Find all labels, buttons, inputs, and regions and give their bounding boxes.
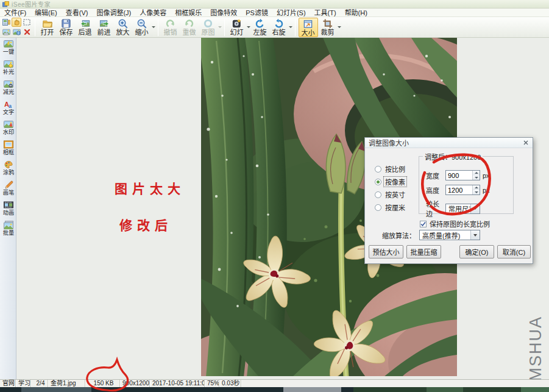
rotate-left-icon: [255, 18, 265, 29]
chevron-down-icon[interactable]: [470, 204, 480, 213]
sidebar-item-text[interactable]: A a 文字: [0, 98, 16, 118]
width-input[interactable]: [446, 171, 472, 180]
keep-ratio-row[interactable]: 保持原图的长宽比例: [420, 219, 490, 229]
sidebar-item-brush[interactable]: 画笔: [0, 179, 16, 199]
batch-stack-icon: [4, 221, 13, 229]
hand-icon: [13, 18, 20, 26]
sidebar-item-dim-light[interactable]: 减光: [0, 78, 16, 98]
menu-file[interactable]: 文件(F): [0, 9, 30, 17]
slideshow-dropdown-arrow[interactable]: [246, 18, 250, 37]
dialog-title-bar[interactable]: 调整图像大小: [365, 138, 533, 148]
redo-button[interactable]: 重做: [180, 18, 199, 37]
open-button[interactable]: 打开: [38, 18, 57, 37]
cancel-button[interactable]: 取消(C): [497, 245, 531, 258]
algorithm-combobox[interactable]: 高质量(推荐): [419, 230, 480, 240]
hand-pan-button[interactable]: [12, 18, 21, 27]
height-field-row: 高度 px: [426, 185, 490, 195]
radio-by-cm[interactable]: 按厘米: [375, 203, 406, 212]
marquee-icon: [23, 19, 30, 26]
zoom-out-icon: [136, 18, 147, 29]
crop-dropdown-arrow[interactable]: [337, 18, 341, 37]
menu-portrait-beauty[interactable]: 人像美容: [135, 9, 171, 17]
app-logo-icon: [2, 1, 9, 7]
sidebar-item-onekey[interactable]: 一键: [0, 38, 16, 58]
spin-up-arrow[interactable]: [473, 185, 480, 190]
resize-button[interactable]: 大小: [299, 18, 318, 37]
marquee-select-button[interactable]: [22, 18, 32, 27]
menu-edit[interactable]: 编辑(E): [30, 9, 62, 17]
zoom-in-button[interactable]: 放大: [114, 18, 132, 37]
statusbar-learn-link[interactable]: 学习: [16, 380, 31, 387]
title-bar[interactable]: iSee图片专家: [0, 0, 549, 9]
app-window: iSee图片专家 文件(F) 编辑(E) 查看(V) 图像调整(J) 人像美容 …: [0, 0, 549, 392]
menu-ps-filter[interactable]: PS滤镜: [241, 9, 272, 17]
photo-stack-icon: [2, 29, 10, 35]
toolbar-separator: [35, 19, 35, 36]
statusbar-file-size: 150 KB: [85, 380, 120, 387]
keep-ratio-checkbox[interactable]: [420, 221, 427, 227]
sidebar-item-fill-light[interactable]: 补光: [0, 58, 16, 78]
statusbar-timestamp: 2017-10-05 19:11:00: [150, 380, 205, 387]
zoom-out-dropdown-arrow[interactable]: [151, 18, 155, 37]
photo-manage-button[interactable]: [1, 27, 11, 37]
delete-button[interactable]: [22, 27, 32, 37]
dialog-title: 调整图像大小: [369, 138, 409, 148]
radio-by-ratio[interactable]: 按比例: [375, 165, 406, 173]
text-tool-icon: A a: [4, 100, 13, 109]
rotate-right-dropdown-arrow[interactable]: [288, 18, 292, 37]
forward-icon: [99, 18, 110, 29]
longer-side-label: 较长边: [426, 199, 445, 218]
sidebar-item-doodle[interactable]: 涂鸦: [0, 159, 16, 179]
forward-button[interactable]: 前进: [95, 18, 113, 37]
radio-by-pixels[interactable]: 按像素: [375, 177, 406, 186]
height-input[interactable]: [446, 185, 472, 194]
toolbar: 打开 保存 后退 前进: [0, 17, 549, 38]
menu-tools[interactable]: 工具(T): [310, 9, 341, 17]
thumbnail-list-button[interactable]: [1, 18, 11, 27]
width-input-wrap: [445, 170, 480, 180]
undo-button[interactable]: 撤销: [161, 18, 180, 37]
menu-image-adjust[interactable]: 图像调整(J): [92, 9, 135, 17]
save-button[interactable]: 保存: [57, 18, 76, 37]
batch-compress-button[interactable]: 批量压缩: [406, 245, 441, 258]
menu-help[interactable]: 帮助(H): [341, 9, 372, 17]
ok-button[interactable]: 确定(O): [459, 245, 494, 258]
fill-light-icon: [4, 60, 13, 68]
spin-up-arrow[interactable]: [473, 171, 480, 176]
chevron-down-icon[interactable]: [470, 230, 480, 240]
menu-image-effects[interactable]: 图像特效: [206, 9, 241, 17]
estimate-size-button[interactable]: 预估大小: [369, 245, 403, 258]
spin-down-arrow[interactable]: [473, 176, 480, 180]
statusbar-image-index: 2/4: [31, 380, 48, 387]
common-size-combobox[interactable]: 常用尺寸: [445, 204, 480, 214]
radio-circle[interactable]: [375, 191, 381, 198]
width-field-row: 宽度 px: [426, 170, 490, 180]
rotate-right-button[interactable]: 右旋: [270, 18, 288, 37]
menu-view[interactable]: 查看(V): [62, 9, 93, 17]
menu-slideshow[interactable]: 幻灯片(S): [272, 9, 310, 17]
result-groupbox-title: 调整后：900x1200: [423, 152, 483, 162]
original-view-button[interactable]: 原图: [199, 18, 218, 37]
menu-frame-fun[interactable]: 相框娱乐: [171, 9, 206, 17]
radio-circle[interactable]: [375, 166, 381, 173]
zoom-out-button[interactable]: 缩小: [133, 18, 151, 37]
sidebar-item-batch[interactable]: 批量: [0, 219, 16, 239]
zoom-in-icon: [118, 18, 128, 29]
slideshow-button[interactable]: 幻灯: [228, 18, 246, 37]
radio-by-inches[interactable]: 按英寸: [375, 190, 406, 199]
radio-circle-selected[interactable]: [375, 179, 381, 185]
spin-down-arrow[interactable]: [473, 190, 480, 195]
keep-ratio-label[interactable]: 保持原图的长宽比例: [430, 219, 490, 229]
rotate-left-button[interactable]: 左旋: [251, 18, 269, 37]
radio-circle[interactable]: [375, 204, 381, 211]
dialog-close-button[interactable]: [521, 139, 531, 147]
sidebar-item-animation[interactable]: 动画: [0, 199, 16, 219]
sidebar-item-watermark[interactable]: 水印: [0, 118, 16, 138]
palette-icon: [4, 160, 13, 169]
web-share-button[interactable]: [12, 27, 21, 37]
back-button[interactable]: 后退: [76, 18, 94, 37]
crop-button[interactable]: 裁剪: [319, 18, 337, 37]
sidebar-item-frame[interactable]: 相框: [0, 138, 16, 159]
statusbar-official-site-link[interactable]: 官网: [0, 380, 16, 387]
original-dropdown-arrow[interactable]: [218, 18, 222, 37]
